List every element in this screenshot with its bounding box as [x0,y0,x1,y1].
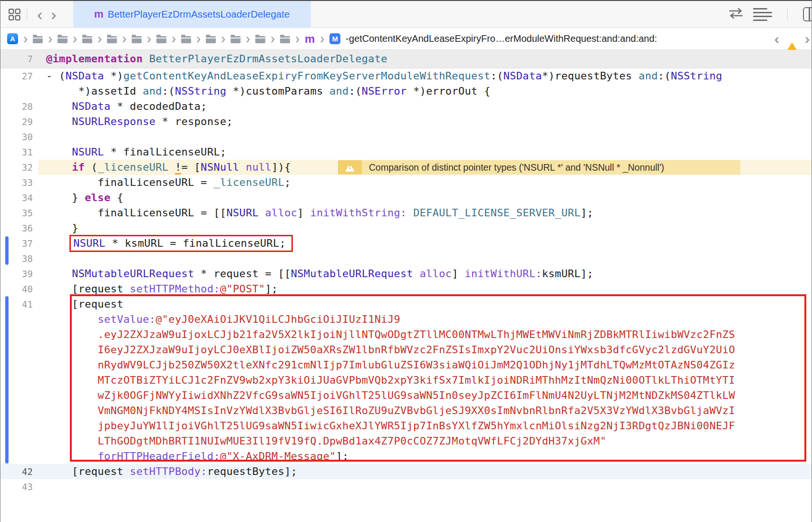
line-number[interactable]: 27 [0,68,39,84]
code-line[interactable]: 36 } [0,221,812,236]
folder-icon[interactable] [33,36,43,43]
folder-icon[interactable] [82,36,92,43]
line-number[interactable]: 34 [0,190,39,205]
line-number[interactable]: 35 [0,205,39,221]
code-line[interactable]: MTczOTBiZTYiLCJ1c2FnZV9wb2xpY3kiOiJUaGVP… [0,373,812,388]
code-line[interactable]: wZjk0OGFjNWYyIiwidXNhZ2VfcG9saWN5IjoiVGh… [0,388,812,403]
code-editor[interactable]: 7@implementation BetterPlayerEzDrmAssets… [0,50,812,494]
code-text[interactable]: nRydWV9LCJjb250ZW50X2tleXNfc291cmNlIjp7I… [39,358,812,373]
code-text[interactable]: jpbeyJuYW1lIjoiVGhlT25lUG9saWN5IiwicGxhe… [39,418,812,434]
code-text[interactable]: forHTTPHeaderField:@"X-AxDRM-Message"]; [39,449,812,464]
line-number[interactable]: 30 [0,129,39,145]
folder-icon[interactable] [206,36,216,43]
code-line[interactable]: 29 NSURLResponse * response; [0,114,812,129]
code-line[interactable]: jpbeyJuYW1lIjoiVGhlT25lUG9saWN5IiwicGxhe… [0,418,812,434]
code-line[interactable]: 40 [request setHTTPMethod:@"POST"]; [0,281,812,297]
back-button[interactable]: ‹ [37,6,42,22]
code-text[interactable]: [request setHTTPMethod:@"POST"]; [39,281,812,297]
code-line[interactable]: 34 } else { [0,190,812,205]
code-text[interactable]: .eyJ2ZXJzaW9uIjoxLCJjb21fa2V5X2lkIjoiNjl… [39,327,812,342]
code-text[interactable]: finalLicenseURL = [[NSURL alloc] initWit… [39,205,812,221]
code-line[interactable]: .eyJ2ZXJzaW9uIjoxLCJjb21fa2V5X2lkIjoiNjl… [0,327,812,342]
code-text[interactable]: - (NSData *)getContentKeyAndLeaseExpiryF… [39,68,812,84]
code-line[interactable]: LThGODgtMDhBRTI1NUIwMUE3Il19fV19fQ.DpwBd… [0,434,812,449]
code-line[interactable]: 30 [0,129,812,145]
code-text[interactable]: [request setHTTPBody:requestBytes]; [39,464,812,479]
code-line[interactable]: nRydWV9LCJjb250ZW50X2tleXNfc291cmNlIjp7I… [0,358,812,373]
code-text[interactable]: NSURLResponse * response; [39,114,812,129]
folder-icon[interactable] [156,36,166,43]
add-editor-icon[interactable] [803,7,812,21]
code-line[interactable]: 28 NSData * decodedData; [0,99,812,114]
code-line[interactable]: forHTTPHeaderField:@"X-AxDRM-Message"]; [0,449,812,464]
line-number[interactable] [0,84,39,99]
code-line[interactable]: 42 [request setHTTPBody:requestBytes]; [0,464,812,479]
breadcrumb-method[interactable]: -getContentKeyAndLeaseExpiryFro…erModule… [346,33,657,44]
code-line[interactable]: 31 NSURL * finalLicenseURL; [0,145,812,160]
folder-icon[interactable] [255,36,265,43]
code-line[interactable]: 32 if (_licenseURL != [NSNull null]){!Co… [0,160,812,175]
line-number[interactable]: 39 [0,266,39,281]
code-text[interactable]: NSURL * ksmURL = finalLicenseURL; [39,236,812,251]
code-text[interactable] [39,251,812,266]
folder-icon[interactable] [280,36,290,43]
line-number[interactable]: 36 [0,221,39,236]
change-bar[interactable] [5,236,9,265]
code-text[interactable]: [request [39,297,812,312]
folder-icon[interactable] [132,36,142,43]
code-line[interactable]: 41 [request [0,297,812,312]
line-number[interactable]: 29 [0,114,39,129]
code-text[interactable]: NSMutableURLRequest * request = [[NSMuta… [39,266,812,281]
code-review-icon[interactable] [728,8,744,21]
code-text[interactable]: } else { [39,190,812,205]
code-line[interactable]: 43 [0,479,812,494]
code-line[interactable]: VmNGM0NjFkNDY4MSIsInVzYWdlX3BvbGljeSI6Il… [0,403,812,418]
change-bar[interactable] [5,296,9,464]
line-number[interactable]: 33 [0,175,39,190]
tab-betterplayer-file[interactable]: m BetterPlayerEzDrmAssetsLoaderDelegate [73,1,311,28]
folder-icon[interactable] [58,36,68,43]
code-text[interactable]: setValue:@"eyJ0eXAiOiJKV1QiLCJhbGciOiJIU… [39,312,812,327]
previous-issue-button[interactable]: ‹ [774,32,779,46]
code-text[interactable]: wZjk0OGFjNWYyIiwidXNhZ2VfcG9saWN5IjoiVGh… [39,388,812,403]
code-text[interactable]: finalLicenseURL = _licenseURL; [39,175,812,190]
code-text[interactable]: LThGODgtMDhBRTI1NUIwMUE3Il19fV19fQ.DpwBd… [39,434,812,449]
code-text[interactable] [39,129,812,145]
app-target-icon[interactable]: A [7,33,18,44]
code-line[interactable]: setValue:@"eyJ0eXAiOiJKV1QiLCJhbGciOiJIU… [0,312,812,327]
code-text[interactable]: NSURL * finalLicenseURL; [39,145,812,160]
code-text[interactable]: VmNGM0NjFkNDY4MSIsInVzYWdlX3BvbGljeSI6Il… [39,403,812,418]
code-line[interactable]: 7@implementation BetterPlayerEzDrmAssets… [0,50,812,68]
line-number[interactable]: 28 [0,99,39,114]
warning-icon[interactable]: ! [786,34,798,44]
code-line[interactable]: 38 [0,251,812,266]
inline-warning-badge[interactable]: !Comparison of distinct pointer types ('… [338,160,740,174]
code-text[interactable]: NSData * decodedData; [39,99,812,114]
code-line[interactable]: *)assetId and:(NSString *)customParams a… [0,84,812,99]
code-line[interactable]: 37 NSURL * ksmURL = finalLicenseURL; [0,236,812,251]
line-number[interactable]: 32 [0,160,39,175]
line-number[interactable]: 31 [0,145,39,160]
code-text[interactable]: *)assetId and:(NSString *)customParams a… [39,84,812,99]
folder-icon[interactable] [181,36,191,43]
folder-icon[interactable] [231,36,241,43]
objc-file-crumb[interactable]: m [305,33,315,45]
code-line[interactable]: 27- (NSData *)getContentKeyAndLeaseExpir… [0,68,812,84]
line-number[interactable]: 42 [0,464,39,479]
code-line[interactable]: 33 finalLicenseURL = _licenseURL; [0,175,812,190]
adjust-editor-icon[interactable] [753,8,772,21]
code-text[interactable]: } [39,221,812,236]
code-text[interactable]: MTczOTBiZTYiLCJ1c2FnZV9wb2xpY3kiOiJUaGVP… [39,373,812,388]
line-number[interactable]: 43 [0,479,39,494]
folder-icon[interactable] [107,36,117,43]
code-line[interactable]: 35 finalLicenseURL = [[NSURL alloc] init… [0,205,812,221]
line-number[interactable]: 40 [0,281,39,297]
next-issue-button[interactable]: › [805,32,810,46]
code-text[interactable]: I6eyJ2ZXJzaW9uIjoyLCJ0eXBlIjoiZW50aXRsZW… [39,342,812,358]
code-text[interactable]: @implementation BetterPlayerEzDrmAssetsL… [39,50,812,68]
code-text[interactable] [39,479,812,494]
code-text[interactable]: if (_licenseURL != [NSNull null]){!Compa… [39,160,812,175]
code-line[interactable]: I6eyJ2ZXJzaW9uIjoyLCJ0eXBlIjoiZW50aXRsZW… [0,342,812,358]
forward-button[interactable]: › [51,6,56,22]
tab-overview-icon[interactable] [8,8,21,21]
